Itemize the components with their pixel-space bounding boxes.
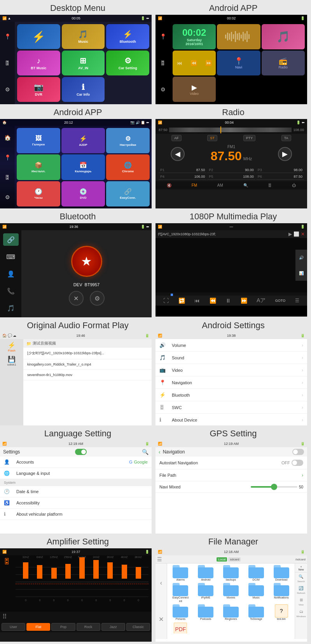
dm-carinfo-tile[interactable]: ℹ Car Info [62,77,105,102]
gps-autostart-item[interactable]: Autostart Navigation OFF [156,457,307,469]
fm-refresh-button[interactable]: 🔄Refresh [297,585,305,596]
amp-1khz-bar[interactable] [93,559,99,598]
amp-jazz-btn[interactable]: Jazz [101,623,125,631]
radio-power-icon[interactable]: ⏻ [289,182,299,188]
aa-video-tile[interactable]: ▶ Video [173,77,216,102]
bt-contacts-icon[interactable]: 👤 [3,268,19,280]
mm-fullscreen-icon[interactable]: ⛶ [163,298,169,304]
fm-backups-item[interactable]: backups [219,565,243,581]
aa-nav-tile[interactable]: 📍 Navi [217,51,260,76]
oaf-file-1[interactable]: [少女时代][AVC_1920x1080p-10322kbps-23fps]..… [23,348,152,359]
amp-rock-btn[interactable]: Rock [77,623,100,631]
dm-dvr-tile[interactable]: 📷 DVR [17,77,60,102]
fm-search-button[interactable]: 🔍Search [297,573,305,584]
as-volume-item[interactable]: 🔊 Volume › [156,339,307,352]
radio-am-btn[interactable]: AM [214,182,226,188]
bt-connection-icon[interactable]: 🔗 [3,233,19,246]
amp-8khz-bar[interactable] [136,559,141,598]
amp-512hz-bar[interactable] [79,559,85,598]
dm-music-tile[interactable]: 🎵 Music [62,24,105,49]
mm-progress-bar[interactable] [156,292,307,296]
radio-fm-btn[interactable]: FM [189,182,200,188]
oaf-file-2[interactable]: kinogallery.com_Riddick_Trailer_r_o.mp4 [23,359,152,370]
fm-movies-item[interactable]: Movies [219,583,243,603]
oaf-file-3[interactable]: seventhson-tlr1_h1080p.mov [23,370,152,380]
fm-podcasts-item[interactable]: Podcasts [194,604,218,621]
radio-search-icon[interactable]: 🔍 [240,182,251,188]
ls-about-vehicle-item[interactable]: ℹ About vehicular platform [0,509,152,520]
fm-notifications-item[interactable]: Notifications [269,583,293,603]
radio-st-btn[interactable]: ST [207,135,217,141]
as-navigation-item[interactable]: 📍 Navigation › [156,376,307,389]
amp-64hz-bar[interactable] [37,559,42,598]
as-swc-item[interactable]: 🎛 SWC › [156,401,307,414]
amp-256hz-bar[interactable] [65,559,71,598]
fm-back-icon[interactable]: ‹ [160,579,162,586]
fm-sdcard-tab[interactable]: sdcard [228,557,241,562]
fm-pictures-item[interactable]: Pictures [169,604,192,621]
amp-2khz-bar[interactable] [107,559,113,598]
bt-disconnect-button[interactable]: ✕ [69,291,84,306]
aa2-chrome-tile[interactable]: 🌐 Chrome [106,154,150,180]
amp-pop-btn[interactable]: Pop [51,623,75,631]
dm-bluetooth-tile[interactable]: ⚡ [17,24,60,49]
mm-pause-icon[interactable]: ⏸ [225,298,231,304]
mm-play-icon[interactable]: ▶ [288,231,292,237]
fm-android-item[interactable]: Android [194,565,218,581]
dm-carsetting-tile[interactable]: ⚙ Car Setting [106,51,149,75]
fm-ringtones-item[interactable]: Ringtones [219,604,243,621]
dm-bt-tile[interactable]: ⚡ Bluetooth [106,24,149,49]
radio-preset-1[interactable]: P1 87.50 [159,167,206,173]
radio-preset-3[interactable]: P3 98.00 [256,167,304,173]
oaf-udisk-item[interactable]: 💾 udisk1 [7,355,16,366]
fm-iflyme-item[interactable]: iFlyIME [194,583,218,603]
fm-view-button[interactable]: ⊞View [299,597,304,607]
radio-preset-6[interactable]: P6 87.50 [256,174,304,180]
bt-settings-btn[interactable]: ⚙ [90,291,105,306]
fm-tsmanual-item[interactable]: PDF TsManual.pdf [169,623,192,634]
dm-location-icon[interactable]: 📍 [3,32,12,41]
prev-icon[interactable]: ⏮ [177,60,182,66]
as-video-item[interactable]: 📺 Video › [156,364,307,376]
amp-flat-btn[interactable]: Flat [26,623,50,631]
mm-subtitle-icon[interactable]: Aア [257,297,266,304]
bt-call-icon[interactable]: 📞 [3,285,19,297]
gps-slider[interactable] [251,486,297,488]
mm-chart-icon[interactable]: 📊 [299,271,304,275]
mm-close-icon[interactable]: ✕ [301,231,305,237]
ls-accounts-item[interactable]: 👤 Accounts G Google [0,457,152,468]
mm-pip-icon[interactable]: ⬜ [294,231,299,237]
amp-125hz-bar[interactable] [51,559,57,598]
fm-download-item[interactable]: Download [269,565,293,581]
bt-music-icon[interactable]: 🎵 [3,302,19,314]
gps-back-button[interactable]: ‹ [159,449,161,455]
fm-menu-icon[interactable]: ☰ [157,556,162,562]
ls-language-item[interactable]: 🌐 Language & input [0,468,152,479]
aa-radio-tile[interactable]: 📻 Radio [262,51,305,76]
aa2-location-icon[interactable]: 📍 [3,153,12,162]
radio-eq-icon[interactable]: 🎛 [265,182,275,188]
aa2-a2dp-tile[interactable]: ⚡ A2DP [61,128,105,153]
radio-preset-5[interactable]: P5 108.00 [207,174,255,180]
fm-dcim-item[interactable]: DCIM [244,565,268,581]
fwd-icon[interactable]: ⏩ [205,60,212,66]
aa2-calendar-tile[interactable]: 📅 Календарь [61,154,105,180]
dm-avin-tile[interactable]: ⊞ AV_IN [62,51,105,75]
aa2-install-tile[interactable]: 📦 Инсталл. [17,154,60,180]
radio-af-btn[interactable]: AF [171,135,182,141]
aa-media-controls[interactable]: ⏮ ⏪ ⏩ [173,51,216,76]
ls-search-icon[interactable]: 🔍 [142,449,149,455]
radio-preset-4[interactable]: P4 106.00 [159,174,206,180]
aa2-settings-icon[interactable]: ⚙ [3,193,12,201]
dm-sliders-icon[interactable]: 🎛 [3,59,12,67]
amp-user-btn[interactable]: User [2,623,25,631]
aa-sliders-icon[interactable]: 🎛 [159,59,167,67]
fm-local-tab[interactable]: Local [217,557,227,562]
radio-ta-btn[interactable]: TA [281,135,291,141]
gps-navimixed-item[interactable]: Navi Mixed 50 [156,481,307,493]
aa2-clock-tile[interactable]: 🕐 Часы [17,181,60,206]
aa2-easyconn-tile[interactable]: 🔗 EasyConn. [106,181,150,206]
aa2-home-icon[interactable]: 🏠 [3,133,12,142]
aa-location-icon[interactable]: 📍 [159,32,167,41]
aa2-sliders-icon[interactable]: 🎛 [3,173,12,182]
